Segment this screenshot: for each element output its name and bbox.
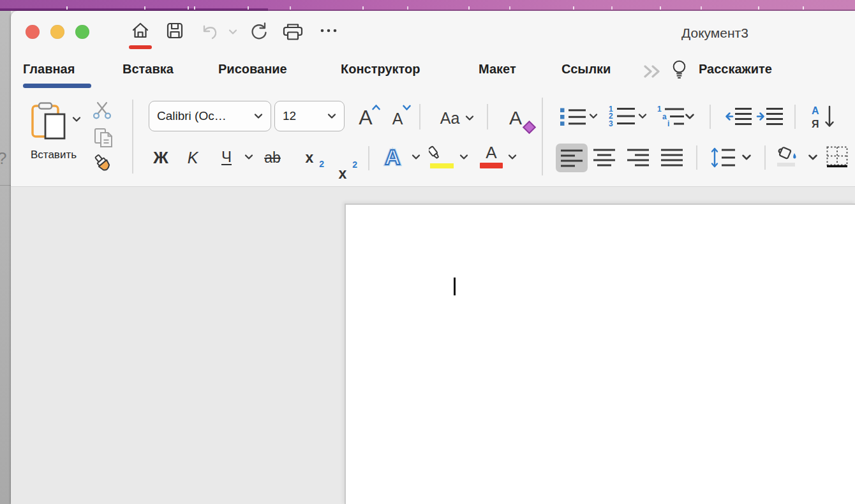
paste-button[interactable] <box>31 101 68 142</box>
scissors-icon <box>92 101 112 119</box>
text-cursor <box>454 278 456 295</box>
menu-bar-text-fragments <box>66 6 68 10</box>
paste-label: Вставить <box>18 149 89 161</box>
sort-icon: А Я <box>810 104 836 130</box>
multilevel-chevron[interactable] <box>685 113 695 120</box>
align-center-button[interactable] <box>592 148 616 167</box>
bold-button[interactable]: Ж <box>151 147 171 168</box>
decrease-indent-icon <box>725 107 753 127</box>
numbering-chevron[interactable] <box>638 113 647 119</box>
sort-button[interactable]: А Я <box>810 104 836 130</box>
grow-font-button[interactable]: A <box>352 105 380 130</box>
tab-home[interactable]: Главная <box>23 62 75 77</box>
chevron-down-icon <box>741 154 752 161</box>
svg-text:3: 3 <box>609 119 613 128</box>
italic-button[interactable]: K <box>184 147 202 168</box>
svg-text:A: A <box>385 145 401 169</box>
clear-formatting-button[interactable]: A <box>503 107 528 130</box>
tab-design[interactable]: Конструктор <box>341 62 420 77</box>
more-commands-button[interactable] <box>320 28 338 33</box>
superscript-button[interactable]: x 2 <box>334 165 351 182</box>
justify-icon <box>660 148 683 167</box>
zoom-button[interactable] <box>75 25 89 39</box>
cut-button[interactable] <box>92 101 112 119</box>
change-case-button[interactable]: Aa <box>431 108 468 128</box>
bottom-border-icon <box>826 145 850 168</box>
chevron-down-icon <box>228 29 237 35</box>
align-right-button[interactable] <box>626 148 650 167</box>
tab-layout[interactable]: Макет <box>479 62 516 77</box>
tell-me-lightbulb[interactable] <box>671 59 688 80</box>
copy-button[interactable] <box>93 127 115 149</box>
home-button[interactable] <box>131 21 150 40</box>
undo-icon <box>200 22 219 41</box>
text-effects-chevron[interactable] <box>412 154 420 160</box>
font-name-value: Calibri (Ос… <box>157 109 254 123</box>
shading-button[interactable] <box>775 145 800 168</box>
chevron-down-icon <box>508 154 517 160</box>
print-button[interactable] <box>281 22 304 41</box>
screen: ? <box>0 0 855 504</box>
paste-menu-chevron[interactable] <box>72 116 81 122</box>
window-title: Документ3 <box>681 26 748 41</box>
desktop-edge: ? <box>0 11 11 504</box>
text-effects-button[interactable]: A A <box>382 145 406 169</box>
bullets-button[interactable] <box>559 106 587 128</box>
shrink-font-button[interactable]: A <box>385 108 410 129</box>
shading-chevron[interactable] <box>808 154 818 161</box>
font-name-combobox[interactable]: Calibri (Ос… <box>149 101 271 131</box>
line-spacing-button[interactable] <box>711 147 736 168</box>
subscript-button[interactable]: x 2 <box>301 149 318 167</box>
format-painter-icon <box>92 154 115 174</box>
close-button[interactable] <box>26 25 40 39</box>
increase-indent-icon <box>756 107 784 127</box>
minimize-button[interactable] <box>50 25 64 39</box>
tab-overflow-button[interactable] <box>643 64 661 78</box>
decrease-indent-button[interactable] <box>725 107 753 127</box>
highlight-button[interactable] <box>429 144 456 170</box>
document-page[interactable] <box>345 204 855 504</box>
change-case-chevron[interactable] <box>465 115 474 121</box>
save-button[interactable] <box>165 21 184 40</box>
borders-button[interactable] <box>826 145 850 168</box>
multilevel-list-button[interactable]: 1 a i <box>656 105 685 128</box>
tab-insert[interactable]: Вставка <box>123 62 174 77</box>
line-spacing-chevron[interactable] <box>741 154 752 161</box>
tab-references[interactable]: Ссылки <box>561 62 611 77</box>
highlight-chevron[interactable] <box>459 154 468 160</box>
numbering-button[interactable]: 1 2 3 <box>608 105 636 128</box>
redo-button[interactable] <box>248 21 269 41</box>
caret-up-icon <box>371 104 381 110</box>
chevron-down-icon <box>459 154 468 160</box>
paste-clipboard-icon <box>31 101 68 141</box>
undo-menu-chevron[interactable] <box>228 29 237 35</box>
font-color-chevron[interactable] <box>508 154 517 160</box>
font-size-value: 12 <box>283 109 327 123</box>
multilevel-list-icon: 1 a i <box>656 105 685 128</box>
font-color-button[interactable]: A <box>479 144 504 170</box>
tell-me-label[interactable]: Расскажите <box>699 62 772 77</box>
underline-button[interactable]: Ч <box>217 147 236 167</box>
background-question-glyph: ? <box>0 149 6 168</box>
save-icon <box>165 21 184 40</box>
lightbulb-icon <box>671 59 688 80</box>
format-painter-button[interactable] <box>92 154 115 174</box>
undo-button[interactable] <box>200 22 219 41</box>
justify-button[interactable] <box>660 148 684 167</box>
tab-draw[interactable]: Рисование <box>218 62 287 77</box>
chevron-down-icon <box>465 115 474 121</box>
font-size-combobox[interactable]: 12 <box>274 101 345 131</box>
numbered-list-icon: 1 2 3 <box>608 105 636 128</box>
chevron-down-icon <box>327 113 336 119</box>
chevron-down-icon <box>638 113 647 119</box>
group-divider <box>542 98 543 175</box>
active-tab-indicator <box>23 84 91 88</box>
increase-indent-button[interactable] <box>756 107 784 127</box>
home-active-indicator <box>129 45 152 49</box>
bullets-chevron[interactable] <box>589 113 598 119</box>
underline-menu-chevron[interactable] <box>244 154 253 160</box>
home-icon <box>131 21 150 40</box>
strikethrough-button[interactable]: ab <box>260 149 285 167</box>
copy-icon <box>93 127 115 149</box>
align-left-button[interactable] <box>556 144 588 172</box>
